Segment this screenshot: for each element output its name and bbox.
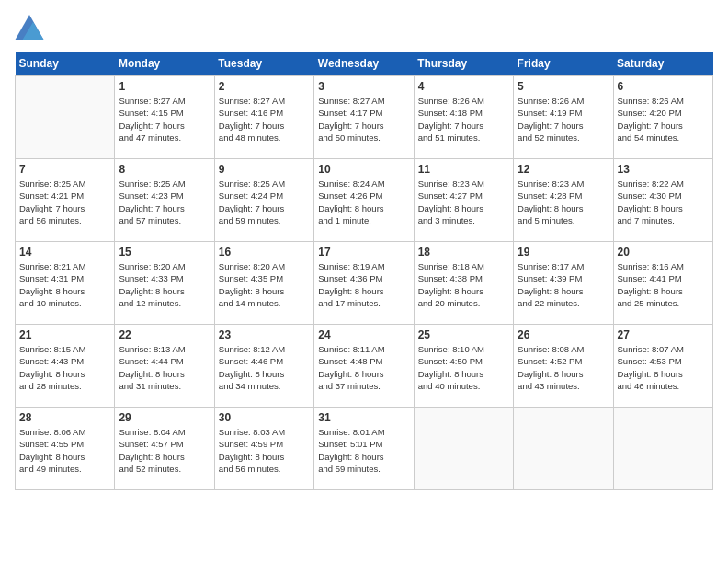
day-number: 31 bbox=[318, 411, 409, 424]
day-number: 5 bbox=[518, 80, 609, 93]
day-number: 22 bbox=[119, 328, 210, 341]
day-number: 21 bbox=[19, 328, 110, 341]
calendar-day-cell: 2Sunrise: 8:27 AM Sunset: 4:16 PM Daylig… bbox=[214, 76, 313, 159]
day-info: Sunrise: 8:13 AM Sunset: 4:44 PM Dayligh… bbox=[119, 343, 210, 392]
day-number: 28 bbox=[19, 411, 110, 424]
calendar-day-cell: 5Sunrise: 8:26 AM Sunset: 4:19 PM Daylig… bbox=[514, 76, 613, 159]
day-info: Sunrise: 8:26 AM Sunset: 4:20 PM Dayligh… bbox=[618, 95, 709, 144]
day-number: 14 bbox=[19, 246, 110, 259]
day-info: Sunrise: 8:20 AM Sunset: 4:35 PM Dayligh… bbox=[219, 260, 310, 309]
calendar-day-cell bbox=[514, 408, 613, 490]
calendar-week-row: 1Sunrise: 8:27 AM Sunset: 4:15 PM Daylig… bbox=[16, 76, 713, 159]
day-number: 17 bbox=[318, 246, 409, 259]
page-header bbox=[15, 15, 713, 40]
calendar-day-cell: 19Sunrise: 8:17 AM Sunset: 4:39 PM Dayli… bbox=[514, 242, 613, 325]
calendar-week-row: 14Sunrise: 8:21 AM Sunset: 4:31 PM Dayli… bbox=[16, 242, 713, 325]
calendar-day-cell: 10Sunrise: 8:24 AM Sunset: 4:26 PM Dayli… bbox=[314, 159, 414, 242]
day-info: Sunrise: 8:26 AM Sunset: 4:19 PM Dayligh… bbox=[518, 95, 609, 144]
day-info: Sunrise: 8:23 AM Sunset: 4:27 PM Dayligh… bbox=[418, 178, 509, 226]
day-of-week-header: Tuesday bbox=[214, 52, 313, 76]
calendar-day-cell: 12Sunrise: 8:23 AM Sunset: 4:28 PM Dayli… bbox=[514, 159, 613, 242]
calendar-day-cell: 16Sunrise: 8:20 AM Sunset: 4:35 PM Dayli… bbox=[214, 242, 313, 325]
calendar-table: SundayMondayTuesdayWednesdayThursdayFrid… bbox=[15, 52, 713, 490]
day-info: Sunrise: 8:27 AM Sunset: 4:16 PM Dayligh… bbox=[219, 95, 310, 144]
day-number: 25 bbox=[418, 328, 509, 341]
day-number: 7 bbox=[19, 163, 110, 176]
calendar-day-cell: 14Sunrise: 8:21 AM Sunset: 4:31 PM Dayli… bbox=[16, 242, 115, 325]
calendar-day-cell: 7Sunrise: 8:25 AM Sunset: 4:21 PM Daylig… bbox=[16, 159, 115, 242]
day-number: 12 bbox=[518, 163, 609, 176]
day-number: 6 bbox=[618, 80, 709, 93]
calendar-day-cell: 23Sunrise: 8:12 AM Sunset: 4:46 PM Dayli… bbox=[214, 325, 313, 408]
calendar-day-cell: 25Sunrise: 8:10 AM Sunset: 4:50 PM Dayli… bbox=[414, 325, 513, 408]
day-info: Sunrise: 8:16 AM Sunset: 4:41 PM Dayligh… bbox=[618, 260, 709, 309]
calendar-day-cell: 31Sunrise: 8:01 AM Sunset: 5:01 PM Dayli… bbox=[314, 408, 414, 490]
calendar-header-row: SundayMondayTuesdayWednesdayThursdayFrid… bbox=[16, 52, 713, 76]
day-info: Sunrise: 8:11 AM Sunset: 4:48 PM Dayligh… bbox=[318, 343, 409, 392]
day-of-week-header: Saturday bbox=[613, 52, 712, 76]
day-number: 30 bbox=[219, 411, 310, 424]
day-info: Sunrise: 8:21 AM Sunset: 4:31 PM Dayligh… bbox=[19, 260, 110, 309]
calendar-day-cell: 9Sunrise: 8:25 AM Sunset: 4:24 PM Daylig… bbox=[214, 159, 313, 242]
day-info: Sunrise: 8:15 AM Sunset: 4:43 PM Dayligh… bbox=[19, 343, 110, 392]
day-number: 8 bbox=[119, 163, 210, 176]
day-info: Sunrise: 8:07 AM Sunset: 4:53 PM Dayligh… bbox=[618, 343, 709, 392]
day-number: 3 bbox=[318, 80, 409, 93]
day-number: 19 bbox=[518, 246, 609, 259]
day-info: Sunrise: 8:22 AM Sunset: 4:30 PM Dayligh… bbox=[618, 178, 709, 226]
calendar-day-cell: 17Sunrise: 8:19 AM Sunset: 4:36 PM Dayli… bbox=[314, 242, 414, 325]
calendar-day-cell: 21Sunrise: 8:15 AM Sunset: 4:43 PM Dayli… bbox=[16, 325, 115, 408]
day-of-week-header: Sunday bbox=[16, 52, 115, 76]
day-number: 18 bbox=[418, 246, 509, 259]
day-number: 27 bbox=[618, 328, 709, 341]
calendar-day-cell: 28Sunrise: 8:06 AM Sunset: 4:55 PM Dayli… bbox=[16, 408, 115, 490]
calendar-day-cell: 11Sunrise: 8:23 AM Sunset: 4:27 PM Dayli… bbox=[414, 159, 513, 242]
calendar-day-cell: 24Sunrise: 8:11 AM Sunset: 4:48 PM Dayli… bbox=[314, 325, 414, 408]
calendar-day-cell: 15Sunrise: 8:20 AM Sunset: 4:33 PM Dayli… bbox=[115, 242, 214, 325]
day-info: Sunrise: 8:08 AM Sunset: 4:52 PM Dayligh… bbox=[518, 343, 609, 392]
day-of-week-header: Monday bbox=[115, 52, 214, 76]
day-info: Sunrise: 8:04 AM Sunset: 4:57 PM Dayligh… bbox=[119, 426, 210, 475]
day-info: Sunrise: 8:18 AM Sunset: 4:38 PM Dayligh… bbox=[418, 260, 509, 309]
day-number: 10 bbox=[318, 163, 409, 176]
logo-icon bbox=[15, 15, 44, 40]
day-info: Sunrise: 8:03 AM Sunset: 4:59 PM Dayligh… bbox=[219, 426, 310, 475]
day-of-week-header: Friday bbox=[514, 52, 613, 76]
day-number: 15 bbox=[119, 246, 210, 259]
day-info: Sunrise: 8:12 AM Sunset: 4:46 PM Dayligh… bbox=[219, 343, 310, 392]
calendar-day-cell: 8Sunrise: 8:25 AM Sunset: 4:23 PM Daylig… bbox=[115, 159, 214, 242]
day-number: 24 bbox=[318, 328, 409, 341]
calendar-day-cell: 3Sunrise: 8:27 AM Sunset: 4:17 PM Daylig… bbox=[314, 76, 414, 159]
calendar-day-cell: 6Sunrise: 8:26 AM Sunset: 4:20 PM Daylig… bbox=[613, 76, 712, 159]
day-of-week-header: Wednesday bbox=[314, 52, 414, 76]
calendar-day-cell: 29Sunrise: 8:04 AM Sunset: 4:57 PM Dayli… bbox=[115, 408, 214, 490]
day-info: Sunrise: 8:10 AM Sunset: 4:50 PM Dayligh… bbox=[418, 343, 509, 392]
day-number: 9 bbox=[219, 163, 310, 176]
day-number: 11 bbox=[418, 163, 509, 176]
calendar-day-cell: 26Sunrise: 8:08 AM Sunset: 4:52 PM Dayli… bbox=[514, 325, 613, 408]
day-info: Sunrise: 8:27 AM Sunset: 4:15 PM Dayligh… bbox=[119, 95, 210, 144]
day-info: Sunrise: 8:19 AM Sunset: 4:36 PM Dayligh… bbox=[318, 260, 409, 309]
calendar-day-cell bbox=[414, 408, 513, 490]
day-info: Sunrise: 8:23 AM Sunset: 4:28 PM Dayligh… bbox=[518, 178, 609, 226]
calendar-day-cell: 18Sunrise: 8:18 AM Sunset: 4:38 PM Dayli… bbox=[414, 242, 513, 325]
day-info: Sunrise: 8:06 AM Sunset: 4:55 PM Dayligh… bbox=[19, 426, 110, 475]
day-number: 29 bbox=[119, 411, 210, 424]
calendar-day-cell: 27Sunrise: 8:07 AM Sunset: 4:53 PM Dayli… bbox=[613, 325, 712, 408]
day-number: 2 bbox=[219, 80, 310, 93]
logo bbox=[15, 15, 48, 40]
day-info: Sunrise: 8:26 AM Sunset: 4:18 PM Dayligh… bbox=[418, 95, 509, 144]
calendar-day-cell: 30Sunrise: 8:03 AM Sunset: 4:59 PM Dayli… bbox=[214, 408, 313, 490]
day-number: 1 bbox=[119, 80, 210, 93]
day-number: 4 bbox=[418, 80, 509, 93]
day-of-week-header: Thursday bbox=[414, 52, 513, 76]
day-info: Sunrise: 8:24 AM Sunset: 4:26 PM Dayligh… bbox=[318, 178, 409, 226]
day-number: 20 bbox=[618, 246, 709, 259]
day-info: Sunrise: 8:25 AM Sunset: 4:24 PM Dayligh… bbox=[219, 178, 310, 226]
calendar-day-cell: 1Sunrise: 8:27 AM Sunset: 4:15 PM Daylig… bbox=[115, 76, 214, 159]
day-info: Sunrise: 8:27 AM Sunset: 4:17 PM Dayligh… bbox=[318, 95, 409, 144]
calendar-day-cell bbox=[613, 408, 712, 490]
day-info: Sunrise: 8:25 AM Sunset: 4:21 PM Dayligh… bbox=[19, 178, 110, 226]
day-info: Sunrise: 8:25 AM Sunset: 4:23 PM Dayligh… bbox=[119, 178, 210, 226]
day-info: Sunrise: 8:20 AM Sunset: 4:33 PM Dayligh… bbox=[119, 260, 210, 309]
